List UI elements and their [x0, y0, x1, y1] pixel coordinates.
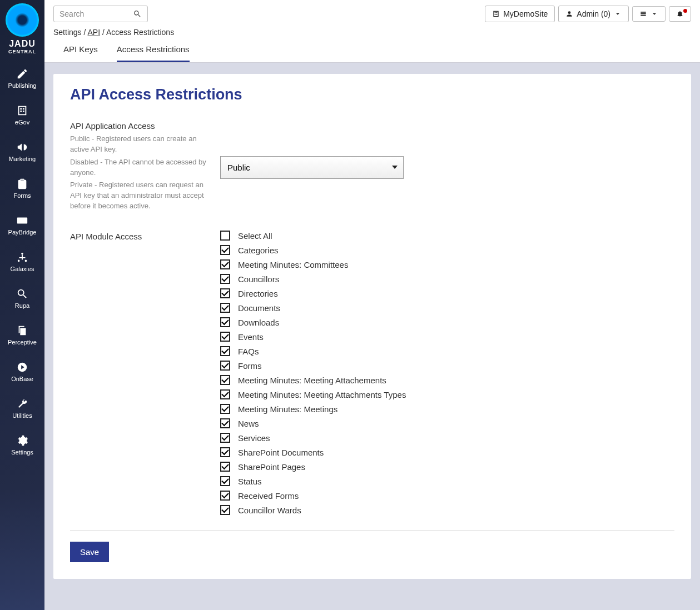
nav-item-paybridge[interactable]: PayBridge: [0, 207, 44, 243]
notification-dot: [683, 9, 687, 13]
module-checkbox[interactable]: [220, 245, 230, 255]
list-icon: [639, 10, 647, 18]
nav-item-marketing[interactable]: Marketing: [0, 133, 44, 170]
nav-label: Marketing: [9, 156, 36, 162]
content-menu-button[interactable]: [632, 6, 666, 22]
brand-name: JADU: [6, 39, 39, 49]
module-access-label: API Module Access: [70, 229, 209, 241]
module-checkbox[interactable]: [220, 462, 230, 472]
main-panel: API Access Restrictions API Application …: [53, 74, 691, 579]
caret-down-icon: [651, 10, 658, 18]
notifications-button[interactable]: [669, 6, 691, 22]
breadcrumb: Settings / API / Access Restrictions: [53, 28, 174, 37]
nav-item-publishing[interactable]: Publishing: [0, 60, 44, 97]
bell-icon: [676, 10, 684, 18]
brand-logo[interactable]: JADU CENTRAL: [6, 3, 39, 54]
pencil-icon: [16, 68, 28, 80]
module-label: Received Forms: [238, 491, 299, 501]
module-checkbox[interactable]: [220, 476, 230, 486]
module-label: Services: [238, 433, 270, 443]
nav-label: Rupa: [15, 302, 29, 309]
building-icon: [16, 104, 28, 117]
nav-item-egov[interactable]: eGov: [0, 97, 44, 133]
module-checkbox[interactable]: [220, 404, 230, 414]
search-icon: [16, 288, 28, 300]
nav-item-galaxies[interactable]: Galaxies: [0, 243, 44, 280]
divider: [70, 530, 674, 531]
nav-list: PublishingeGovMarketingFormsPayBridgeGal…: [0, 60, 44, 463]
module-label: Categories: [238, 246, 279, 255]
module-checkbox[interactable]: [220, 418, 230, 428]
caret-down-icon: [614, 10, 622, 18]
module-check-list: Select AllCategoriesMeeting Minutes: Com…: [220, 229, 406, 517]
module-label: Councillors: [238, 274, 279, 284]
module-checkbox[interactable]: [220, 259, 230, 269]
nav-label: Forms: [13, 192, 31, 199]
breadcrumb-b[interactable]: API: [88, 28, 101, 37]
nav-label: Publishing: [8, 82, 37, 89]
module-row: Received Forms: [220, 489, 406, 502]
module-label: Documents: [238, 303, 280, 313]
tab-api-keys[interactable]: API Keys: [63, 44, 98, 62]
search-input[interactable]: [59, 9, 126, 18]
nav-label: Perceptive: [8, 339, 37, 346]
admin-button[interactable]: Admin (0): [558, 6, 629, 22]
app-access-label: API Application Access: [70, 121, 209, 131]
save-button[interactable]: Save: [70, 542, 109, 562]
play-icon: [16, 361, 28, 373]
module-row: Councillor Wards: [220, 504, 406, 517]
search-box[interactable]: [53, 6, 148, 22]
module-label: Forms: [238, 361, 262, 371]
bullhorn-icon: [16, 141, 28, 153]
module-label: Meeting Minutes: Meetings: [238, 404, 337, 414]
site-button[interactable]: MyDemoSite: [485, 6, 555, 22]
nav-item-onbase[interactable]: OnBase: [0, 353, 44, 390]
app-access-select[interactable]: Public: [221, 157, 403, 178]
module-label: Meeting Minutes: Meeting Attachements: [238, 376, 386, 385]
module-row: Services: [220, 432, 406, 444]
module-checkbox[interactable]: [220, 332, 230, 342]
module-checkbox[interactable]: [220, 433, 230, 443]
nav-item-rupa[interactable]: Rupa: [0, 280, 44, 317]
app-access-select-wrap[interactable]: Public: [220, 156, 404, 179]
module-label: Status: [238, 477, 262, 486]
search-icon: [133, 9, 142, 18]
clipboard-icon: [16, 178, 28, 190]
module-label: Downloads: [238, 318, 279, 327]
module-checkbox[interactable]: [220, 317, 230, 327]
module-label: Events: [238, 332, 264, 342]
module-row: SharePoint Pages: [220, 461, 406, 473]
nav-item-perceptive[interactable]: Perceptive: [0, 317, 44, 353]
module-row: Councillors: [220, 273, 406, 286]
module-label: Councillor Wards: [238, 506, 301, 515]
logo-icon: [6, 3, 39, 37]
nav-item-forms[interactable]: Forms: [0, 170, 44, 207]
module-checkbox[interactable]: [220, 288, 230, 298]
breadcrumb-a[interactable]: Settings: [53, 28, 82, 37]
module-checkbox[interactable]: [220, 375, 230, 385]
wrench-icon: [16, 398, 28, 410]
module-checkbox[interactable]: [220, 389, 230, 399]
module-row: News: [220, 417, 406, 430]
nav-item-utilities[interactable]: Utilities: [0, 390, 44, 427]
module-label: Meeting Minutes: Committees: [238, 260, 348, 269]
module-label: Directories: [238, 289, 278, 298]
module-row: Documents: [220, 302, 406, 314]
module-checkbox[interactable]: [220, 491, 230, 501]
module-label: SharePoint Pages: [238, 462, 305, 472]
tab-access-restrictions[interactable]: Access Restrictions: [117, 44, 190, 62]
module-checkbox[interactable]: [220, 447, 230, 457]
nav-item-settings[interactable]: Settings: [0, 427, 44, 463]
module-row: Meeting Minutes: Committees: [220, 258, 406, 271]
module-checkbox[interactable]: [220, 346, 230, 356]
module-checkbox[interactable]: [220, 505, 230, 515]
module-checkbox[interactable]: [220, 303, 230, 313]
card-icon: [16, 214, 28, 227]
brand-sub: CENTRAL: [6, 49, 39, 54]
module-checkbox[interactable]: [220, 361, 230, 371]
module-checkbox[interactable]: [220, 231, 230, 241]
module-checkbox[interactable]: [220, 274, 230, 284]
help-private: Private - Registered users can request a…: [70, 180, 209, 212]
module-row: Forms: [220, 359, 406, 372]
page-title: API Access Restrictions: [70, 86, 674, 103]
